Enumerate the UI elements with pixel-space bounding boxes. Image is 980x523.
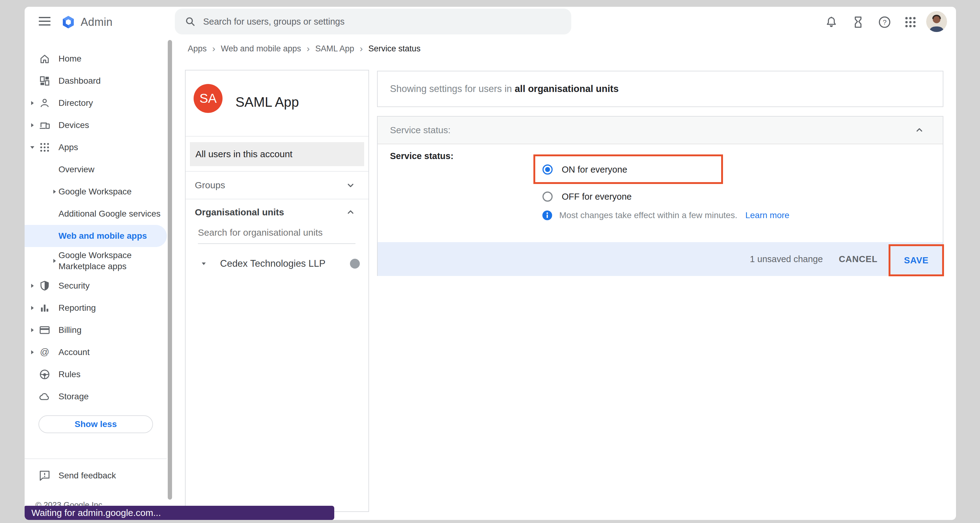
sidebar-item-web-and-mobile-apps[interactable]: Web and mobile apps <box>25 225 167 247</box>
expand-right-icon[interactable] <box>51 258 58 264</box>
breadcrumb-web-and-mobile-apps[interactable]: Web and mobile apps <box>221 44 301 54</box>
cancel-button[interactable]: CANCEL <box>839 254 878 264</box>
expand-right-icon[interactable] <box>51 188 58 195</box>
breadcrumb-separator: › <box>307 43 310 54</box>
service-status-field-label: Service status: <box>390 151 453 161</box>
sidebar-divider <box>25 458 167 459</box>
breadcrumb-separator: › <box>212 43 215 54</box>
info-row: Most changes take effect within a few mi… <box>541 210 789 221</box>
scope-target: all organisational units <box>515 83 619 94</box>
info-icon <box>541 210 553 221</box>
radio-unselected-icon <box>541 191 554 203</box>
app-avatar: SA <box>194 84 223 113</box>
radio-on-for-everyone[interactable]: ON for everyone <box>541 163 627 176</box>
browser-status-bubble: Waiting for admin.google.com... <box>25 506 334 520</box>
breadcrumb-separator: › <box>360 43 363 54</box>
radio-selected-icon <box>541 163 554 176</box>
svg-text:?: ? <box>883 18 887 26</box>
app-name: SAML App <box>235 94 299 110</box>
org-unit-name: Cedex Technologies LLP <box>220 258 325 269</box>
sidebar-item-rules[interactable]: Rules <box>25 363 167 385</box>
service-status-card: Service status: Service status: ON for e… <box>377 116 943 276</box>
sidebar-item-security[interactable]: Security <box>25 275 167 297</box>
rules-wheel-icon <box>39 369 51 380</box>
search-input[interactable]: Search for users, groups or settings <box>175 9 571 35</box>
sidebar-item-storage[interactable]: Storage <box>25 385 167 408</box>
breadcrumb-apps[interactable]: Apps <box>188 44 207 54</box>
breadcrumb-current: Service status <box>368 44 421 54</box>
panel-divider <box>186 171 368 172</box>
expand-right-icon[interactable] <box>29 327 36 334</box>
sidebar-item-additional-google-services[interactable]: Additional Google services <box>25 203 167 225</box>
notifications-bell-icon[interactable] <box>824 15 838 29</box>
sidebar-item-billing[interactable]: Billing <box>25 319 167 341</box>
org-unit-root-row[interactable]: Cedex Technologies LLP <box>186 254 368 273</box>
radio-off-for-everyone[interactable]: OFF for everyone <box>541 191 632 203</box>
apps-grid-icon[interactable] <box>904 15 917 29</box>
user-avatar[interactable] <box>926 11 947 32</box>
sidebar-nav: Home Dashboard Directory <box>25 48 167 408</box>
org-units-section-toggle[interactable]: Organisational units <box>186 203 368 221</box>
sidebar-item-overview[interactable]: Overview <box>25 159 167 181</box>
service-status-header[interactable]: Service status: <box>378 117 943 144</box>
tree-expand-down-icon[interactable] <box>200 260 207 267</box>
sidebar-scrollbar[interactable] <box>168 40 172 500</box>
unsaved-count: 1 unsaved change <box>750 254 823 264</box>
home-icon <box>39 53 51 65</box>
sidebar-item-devices[interactable]: Devices <box>25 114 167 136</box>
status-text: Waiting for admin.google.com... <box>32 508 161 518</box>
sidebar-item-reporting[interactable]: Reporting <box>25 297 167 319</box>
send-feedback-button[interactable]: Send feedback <box>25 464 167 487</box>
admin-hexagon-icon <box>60 14 76 30</box>
svg-text:@: @ <box>40 347 49 357</box>
sidebar-item-google-workspace[interactable]: Google Workspace <box>25 181 167 203</box>
save-button: SAVE <box>904 255 929 265</box>
sidebar-item-directory[interactable]: Directory <box>25 92 167 114</box>
breadcrumb: Apps › Web and mobile apps › SAML App › … <box>188 43 420 54</box>
show-less-button[interactable]: Show less <box>38 415 153 433</box>
security-shield-icon <box>39 280 51 292</box>
dashboard-icon <box>39 75 51 87</box>
chevron-up-icon <box>345 207 356 218</box>
sidebar-item-account[interactable]: @ Account <box>25 341 167 363</box>
sidebar-item-apps[interactable]: Apps <box>25 136 167 159</box>
breadcrumb-saml-app[interactable]: SAML App <box>315 44 354 54</box>
expand-down-icon[interactable] <box>29 144 36 151</box>
panel-divider <box>186 199 368 199</box>
expand-right-icon[interactable] <box>29 100 36 107</box>
scope-prefix: Showing settings for users in <box>390 83 512 94</box>
apps-dots-icon <box>39 141 51 153</box>
devices-icon <box>39 119 51 131</box>
google-admin-logo: Admin <box>60 14 113 30</box>
chevron-down-icon <box>345 180 356 191</box>
expand-right-icon[interactable] <box>29 282 36 289</box>
storage-cloud-icon <box>39 391 51 402</box>
org-units-search-input[interactable] <box>198 227 357 238</box>
tasks-hourglass-icon[interactable] <box>851 15 865 29</box>
menu-hamburger-icon[interactable] <box>39 17 51 26</box>
sidebar-item-gw-marketplace-apps[interactable]: Google Workspace Marketplace apps <box>25 247 167 275</box>
reporting-barchart-icon <box>39 302 51 314</box>
directory-person-icon <box>39 97 51 109</box>
unsaved-changes-bar: 1 unsaved change CANCEL SAVE <box>378 242 943 276</box>
billing-card-icon <box>39 324 51 336</box>
sidebar-item-dashboard[interactable]: Dashboard <box>25 70 167 92</box>
org-search-underline <box>198 243 355 244</box>
product-name: Admin <box>81 16 113 29</box>
app-scope-panel: SA SAML App All users in this account Gr… <box>185 70 369 512</box>
all-users-item[interactable]: All users in this account <box>190 142 364 166</box>
org-unit-status-dot <box>350 259 360 269</box>
scope-banner: Showing settings for users in all organi… <box>377 71 943 107</box>
learn-more-link[interactable]: Learn more <box>745 210 789 220</box>
expand-right-icon[interactable] <box>29 305 36 312</box>
expand-right-icon[interactable] <box>29 122 36 129</box>
app-header: SA SAML App <box>186 70 368 137</box>
feedback-bubble-icon <box>39 470 51 482</box>
search-icon <box>184 15 196 28</box>
expand-right-icon[interactable] <box>29 349 36 356</box>
collapse-chevron-up-icon[interactable] <box>914 125 925 136</box>
sidebar-item-home[interactable]: Home <box>25 48 167 70</box>
help-icon[interactable]: ? <box>878 15 891 29</box>
save-button-highlight[interactable]: SAVE <box>889 244 944 276</box>
groups-section-toggle[interactable]: Groups <box>186 176 368 194</box>
